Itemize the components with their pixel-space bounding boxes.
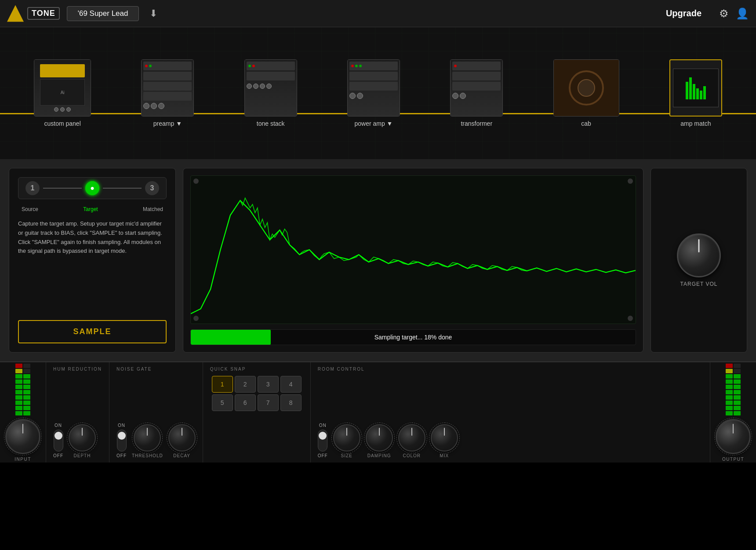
chain-label-amp-match: amp match — [680, 120, 711, 127]
input-knob-ring — [4, 418, 42, 455]
r-meter-seg-ga4 — [734, 390, 741, 394]
mix-knob[interactable] — [431, 424, 458, 452]
snap-btn-4[interactable]: 4 — [280, 376, 302, 393]
size-knob[interactable] — [333, 424, 360, 452]
rc-toggle-thumb — [319, 432, 327, 440]
custom-panel-module[interactable]: Ai — [34, 59, 91, 117]
toggle-track[interactable] — [54, 430, 63, 452]
step-indicator: 1 ● 3 — [18, 177, 167, 199]
hum-reduction-toggle[interactable]: ON OFF — [53, 423, 63, 458]
output-knob-label: OUTPUT — [722, 457, 744, 462]
input-knob-label: INPUT — [15, 457, 31, 462]
right-vu-meter-section: OUTPUT — [710, 362, 756, 463]
preamp-module[interactable] — [141, 59, 194, 117]
tone-stack-module[interactable]: eq ▼ — [244, 59, 297, 117]
room-control-toggle[interactable]: ON OFF — [318, 423, 328, 458]
knob-indicator — [698, 239, 700, 252]
meter-seg-ga3 — [23, 385, 30, 389]
chain-item-custom-panel: Ai custom panel — [34, 59, 91, 127]
meter-seg-g5 — [15, 395, 22, 400]
step-labels: Source Target Matched — [18, 206, 167, 212]
decay-knob-ring — [167, 423, 197, 453]
settings-icon[interactable]: ⚙ — [719, 7, 729, 20]
ng-toggle-thumb — [118, 432, 126, 440]
r-meter-seg-ga5 — [734, 395, 741, 400]
r-meter-seg-g6 — [726, 401, 733, 405]
snap-btn-3[interactable]: 3 — [258, 376, 279, 393]
rc-on-label: ON — [319, 423, 327, 428]
noise-gate-toggle[interactable]: ON OFF — [116, 423, 127, 458]
app-logo: TONE — [27, 7, 60, 20]
meter-seg-g6 — [15, 401, 22, 405]
threshold-knob-label: THRESHOLD — [132, 453, 163, 458]
rc-off-label: OFF — [318, 453, 328, 458]
meter-seg-ga8 — [23, 411, 30, 415]
r-meter-seg-g8 — [726, 411, 733, 415]
right-meter — [726, 364, 741, 415]
target-vol-knob[interactable] — [677, 233, 721, 277]
color-knob-label: COLOR — [403, 453, 421, 458]
color-knob-wrap: COLOR — [398, 424, 425, 458]
main-content: 1 ● 3 Source Target Matched Capture the … — [0, 159, 756, 361]
target-vol-knob-container: TARGET VOL — [677, 233, 721, 287]
download-icon[interactable]: ⬇ — [149, 8, 157, 19]
color-knob[interactable] — [398, 424, 425, 452]
threshold-knob-ring — [132, 423, 163, 453]
preset-name[interactable]: '69 Super Lead — [67, 6, 139, 21]
ng-on-label: ON — [118, 423, 125, 428]
r-meter-seg-g3 — [726, 385, 733, 389]
amp-match-module[interactable]: eq ▼ — [669, 59, 722, 117]
mix-knob-ring — [429, 423, 460, 453]
meter-seg-yellow — [15, 369, 22, 373]
snap-btn-7[interactable]: 7 — [258, 394, 279, 411]
transformer-module[interactable] — [450, 59, 503, 117]
snap-btn-6[interactable]: 6 — [235, 394, 256, 411]
damping-knob-wrap: DAMPING — [366, 424, 393, 458]
r-meter-seg-g1 — [726, 374, 733, 379]
right-meter-v2 — [734, 364, 741, 415]
cab-module[interactable] — [553, 59, 619, 117]
user-icon[interactable]: 👤 — [736, 7, 749, 20]
sample-button[interactable]: SAMPLE — [18, 320, 167, 343]
r-meter-seg-dim2 — [734, 369, 741, 373]
meter-seg-ga6 — [23, 401, 30, 405]
r-meter-seg-ga6 — [734, 401, 741, 405]
meter-seg-ga1 — [23, 374, 30, 379]
decay-knob-wrap: DECAY — [168, 424, 196, 458]
home-icon[interactable] — [7, 5, 24, 22]
threshold-knob-wrap: THRESHOLD — [132, 424, 163, 458]
upgrade-button[interactable]: Upgrade — [666, 8, 701, 18]
input-knob[interactable] — [5, 419, 40, 454]
meter-seg-g8 — [15, 411, 22, 415]
snap-btn-2[interactable]: 2 — [235, 376, 256, 393]
chain-label-power-amp: power amp ▼ — [354, 120, 393, 127]
chain-item-power-amp: power amp ▼ — [347, 59, 400, 127]
quick-snap-section: QUICK SNAP 1 2 3 4 5 6 7 8 — [203, 362, 311, 463]
threshold-knob[interactable] — [134, 424, 161, 452]
rc-toggle-track[interactable] — [318, 430, 327, 452]
noise-gate-section: NOISE GATE ON OFF THRESHOLD — [109, 362, 203, 463]
power-amp-module[interactable] — [347, 59, 400, 117]
step-1: 1 — [25, 181, 40, 195]
progress-text: Sampling target... 18% done — [374, 334, 452, 341]
mix-knob-label: MIX — [440, 453, 449, 458]
snap-btn-5[interactable]: 5 — [212, 394, 233, 411]
depth-knob[interactable] — [69, 424, 96, 452]
depth-knob-ring — [67, 423, 98, 453]
meter-seg-ga4 — [23, 390, 30, 394]
snap-btn-8[interactable]: 8 — [280, 394, 302, 411]
r-meter-seg-g5 — [726, 395, 733, 400]
left-vu-meter-section: INPUT — [0, 362, 46, 463]
quick-snap-grid: 1 2 3 4 5 6 7 8 — [210, 374, 303, 413]
r-meter-seg-ga7 — [734, 406, 741, 410]
decay-knob[interactable] — [168, 424, 196, 452]
toggle-thumb — [55, 432, 62, 440]
step-label-source: Source — [22, 206, 38, 212]
output-knob[interactable] — [716, 419, 751, 454]
top-navigation: TONE '69 Super Lead ⬇ Upgrade ⚙ 👤 — [0, 0, 756, 27]
right-meter-v1 — [726, 364, 733, 415]
ng-toggle-track[interactable] — [117, 430, 127, 452]
damping-knob[interactable] — [366, 424, 393, 452]
room-control-section: ROOM CONTROL ON OFF SIZE — [311, 362, 710, 463]
snap-btn-1[interactable]: 1 — [212, 376, 233, 393]
